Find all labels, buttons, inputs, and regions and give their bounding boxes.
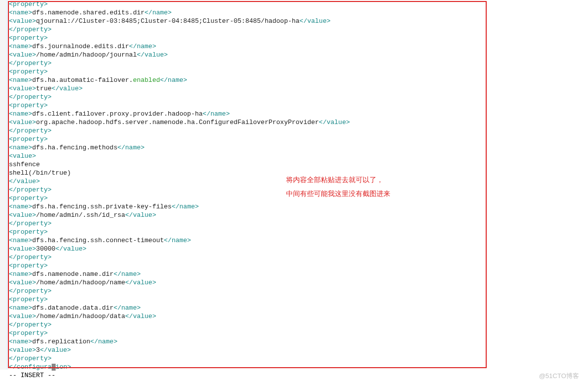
code-line[interactable]: <property>	[9, 228, 350, 236]
code-token: dfs.ha.fencing.methods	[32, 144, 118, 151]
code-line[interactable]: <name>dfs.ha.fencing.ssh.connect-timeout…	[9, 236, 350, 245]
code-token: </property>	[9, 321, 52, 328]
code-line[interactable]: <property>	[9, 34, 350, 42]
code-line[interactable]: <property>	[9, 67, 350, 76]
code-token: sshfence	[9, 161, 40, 168]
code-line[interactable]: <property>	[9, 101, 350, 110]
code-line[interactable]: <value>org.apache.hadoop.hdfs.server.nam…	[9, 118, 350, 127]
code-token: /home/admin/hadoop/journal	[36, 51, 137, 59]
code-line[interactable]: <property>	[9, 329, 350, 337]
code-token: dfs.client.failover.proxy.provider.hadoo…	[32, 110, 203, 118]
code-line[interactable]: <value>true</value>	[9, 84, 350, 93]
code-token: <name>	[9, 144, 32, 151]
code-token: 30000	[36, 245, 56, 253]
code-line[interactable]: <name>dfs.datanode.data.dir</name>	[9, 304, 350, 312]
code-line[interactable]: </property>	[9, 59, 350, 67]
code-line[interactable]: <name>dfs.replication</name>	[9, 337, 350, 346]
code-line[interactable]: <property>	[9, 135, 350, 143]
code-token: <name>	[9, 270, 32, 278]
code-token: <value>	[9, 245, 36, 253]
code-token: <value>	[9, 51, 36, 59]
code-token: /home/admin/hadoop/data	[36, 313, 125, 320]
code-token: </value>	[125, 313, 156, 320]
code-token: <value>	[9, 346, 36, 354]
code-token: <value>	[9, 119, 36, 126]
code-token: </name>	[203, 110, 230, 118]
code-token: </property>	[9, 127, 52, 134]
code-token: dfs.namenode.name.dir	[32, 270, 114, 278]
code-line[interactable]: sshfence	[9, 160, 350, 169]
code-token: <value>	[9, 17, 36, 25]
code-line[interactable]: <property>	[9, 295, 350, 304]
code-line[interactable]: <value>/home/admin/hadoop/data</value>	[9, 312, 350, 321]
code-token: <property>	[9, 194, 48, 202]
code-line[interactable]: </property>	[9, 321, 350, 329]
code-token: </property>	[9, 93, 52, 101]
code-line[interactable]: <value>	[9, 152, 350, 160]
code-token: </name>	[129, 43, 156, 50]
code-line[interactable]: <value>3</value>	[9, 346, 350, 354]
code-token: <name>	[9, 110, 32, 118]
code-line-closing[interactable]: </configuraion>	[9, 363, 350, 371]
code-token: dfs.ha.fencing.ssh.connect-timeout	[32, 237, 164, 244]
code-token: <value>	[9, 152, 36, 160]
code-line[interactable]: </property>	[9, 93, 350, 101]
code-token: </value>	[125, 211, 156, 219]
code-token: <name>	[9, 76, 32, 84]
code-token: <property>	[9, 296, 48, 303]
code-token: ion>	[56, 363, 71, 371]
code-line[interactable]: <property>	[9, 0, 350, 8]
code-token: <property>	[9, 34, 48, 42]
code-line[interactable]: <name>dfs.namenode.shared.edits.dir</nam…	[9, 8, 350, 17]
code-token: </name>	[145, 9, 172, 16]
code-token: <name>	[9, 304, 32, 312]
code-line[interactable]: </property>	[9, 253, 350, 261]
code-token: <name>	[9, 43, 32, 50]
code-line[interactable]: <name>dfs.client.failover.proxy.provider…	[9, 110, 350, 118]
code-token: true	[36, 85, 52, 92]
code-line[interactable]: <value>qjournal://Cluster-03:8485;Cluste…	[9, 17, 350, 25]
code-line[interactable]: </property>	[9, 25, 350, 34]
vim-mode-line: -- INSERT --	[9, 371, 350, 380]
code-token: </name>	[160, 76, 187, 84]
code-token: <name>	[9, 338, 32, 345]
code-token: org.apache.hadoop.hdfs.server.namenode.h…	[36, 119, 319, 126]
code-line[interactable]: <value>/home/admin/.ssh/id_rsa</value>	[9, 211, 350, 219]
code-line[interactable]: <value>/home/admin/hadoop/journal</value…	[9, 51, 350, 59]
code-token: <property>	[9, 329, 48, 337]
code-line[interactable]: <name>dfs.ha.fencing.methods</name>	[9, 143, 350, 152]
code-token: </name>	[117, 144, 145, 151]
annotation-line-2: 中间有些可能我这里没有截图进来	[286, 187, 390, 200]
code-line[interactable]: </property>	[9, 354, 350, 363]
code-token: <name>	[9, 237, 32, 244]
code-token: </value>	[137, 51, 167, 59]
code-line[interactable]: <name>dfs.journalnode.edits.dir</name>	[9, 42, 350, 51]
code-token: </value>	[56, 245, 86, 253]
code-token: <name>	[9, 9, 32, 16]
code-line[interactable]: <name>dfs.ha.automatic-failover.enabled<…	[9, 76, 350, 84]
code-line[interactable]: <name>dfs.namenode.name.dir</name>	[9, 270, 350, 278]
code-line[interactable]: <name>dfs.ha.fencing.ssh.private-key-fil…	[9, 202, 350, 211]
code-token: <property>	[9, 135, 48, 143]
code-token: dfs.replication	[32, 338, 90, 345]
code-token: dfs.journalnode.edits.dir	[32, 43, 129, 50]
code-line[interactable]: </property>	[9, 219, 350, 228]
code-token: qjournal://Cluster-03:8485;Cluster-04:84…	[36, 17, 300, 25]
editor-window: { "lines": [ [{"c":"tag","t":"<property>…	[0, 0, 588, 389]
code-token: </property>	[9, 254, 52, 261]
code-line[interactable]: <property>	[9, 261, 350, 270]
code-token: /home/admin/.ssh/id_rsa	[36, 211, 125, 219]
code-token: <property>	[9, 228, 48, 236]
code-line[interactable]: <value>30000</value>	[9, 245, 350, 253]
code-line[interactable]: </property>	[9, 287, 350, 295]
code-token: <property>	[9, 0, 48, 8]
annotation-line-1: 将内容全部粘贴进去就可以了，	[286, 173, 390, 187]
code-token: </name>	[172, 203, 199, 210]
gutter-edge	[6, 0, 8, 370]
code-token: </name>	[114, 304, 141, 312]
code-token: </value>	[9, 178, 40, 185]
code-token: dfs.ha.fencing.ssh.private-key-files	[32, 203, 172, 210]
text-cursor	[52, 364, 56, 371]
code-line[interactable]: </property>	[9, 127, 350, 135]
code-line[interactable]: <value>/home/admin/hadoop/name</value>	[9, 278, 350, 287]
